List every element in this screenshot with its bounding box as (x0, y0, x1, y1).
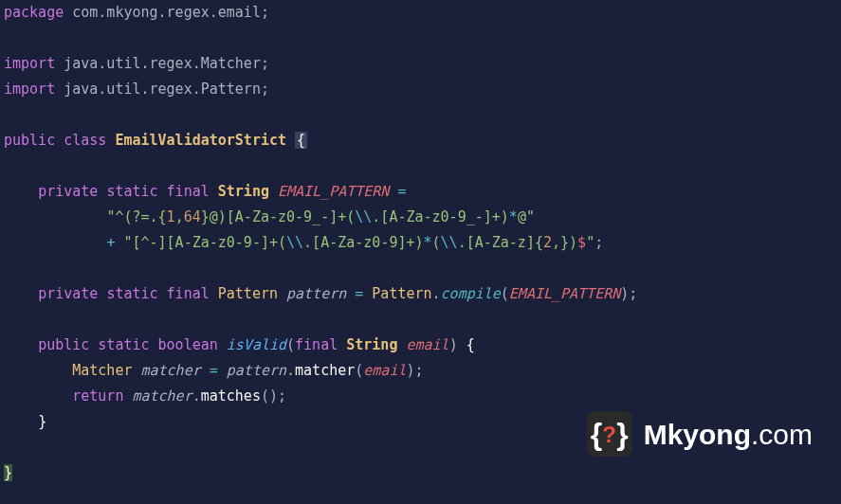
code-line (4, 256, 841, 281)
watermark: ? Mkyong.com (587, 411, 813, 457)
code-line (4, 102, 841, 128)
mkyong-logo-icon: ? (587, 411, 632, 457)
code-line: private static final String EMAIL_PATTER… (4, 179, 841, 205)
code-line: package com.mkyong.regex.email; (4, 0, 841, 26)
code-line: private static final Pattern pattern = P… (4, 281, 841, 307)
code-line: import java.util.regex.Pattern; (4, 77, 841, 102)
code-line: public class EmailValidatorStrict { (4, 128, 841, 153)
code-line (4, 153, 841, 179)
code-line: public static boolean isValid(final Stri… (4, 333, 841, 358)
code-line: Matcher matcher = pattern.matcher(email)… (4, 358, 841, 384)
code-line (4, 26, 841, 51)
code-line: "^(?=.{1,64}@)[A-Za-z0-9_-]+(\\.[A-Za-z0… (4, 205, 841, 230)
code-line: return matcher.matches(); (4, 384, 841, 409)
code-line: + "[^-][A-Za-z0-9-]+(\\.[A-Za-z0-9]+)*(\… (4, 230, 841, 256)
watermark-text: Mkyong.com (644, 422, 813, 447)
code-line: } (4, 460, 841, 486)
code-line: import java.util.regex.Matcher; (4, 51, 841, 77)
code-line (4, 307, 841, 333)
